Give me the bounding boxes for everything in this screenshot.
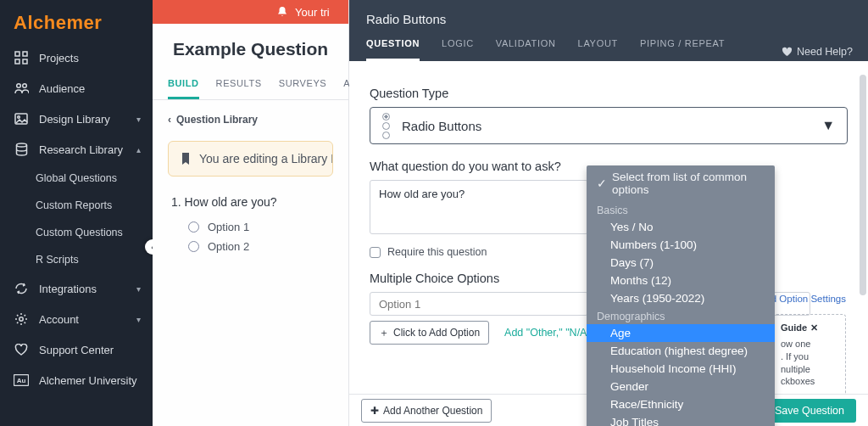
dropdown-item-job-titles[interactable]: Job Titles bbox=[587, 413, 775, 426]
tab-surveys[interactable]: SURVEYS bbox=[279, 78, 327, 99]
guide-line: nultiple bbox=[781, 363, 842, 376]
brand-logo: Alchemer bbox=[0, 0, 153, 42]
database-icon bbox=[14, 142, 29, 157]
trial-banner: Your tri bbox=[153, 0, 348, 24]
tab-results[interactable]: RESULTS bbox=[216, 78, 262, 99]
sidebar-label: Research Library bbox=[39, 143, 123, 156]
chevron-left-icon: ‹ bbox=[168, 114, 171, 126]
sidebar-item-account[interactable]: Account ▾ bbox=[0, 304, 153, 334]
grid-icon bbox=[14, 50, 29, 65]
panel-tab-question[interactable]: QUESTION bbox=[366, 38, 420, 61]
dropdown-item-months[interactable]: Months (12) bbox=[587, 272, 775, 289]
question-type-select[interactable]: Radio Buttons ▼ bbox=[370, 107, 848, 144]
option-label: Option 2 bbox=[208, 240, 249, 253]
library-edit-banner: You are editing a Library E bbox=[168, 141, 333, 177]
image-icon bbox=[14, 111, 29, 126]
dropdown-item-numbers[interactable]: Numbers (1-100) bbox=[587, 236, 775, 254]
brand-name: Alchemer bbox=[14, 12, 102, 33]
dropdown-item-years[interactable]: Years (1950-2022) bbox=[587, 289, 775, 307]
question-text: 1. How old are you? bbox=[171, 195, 330, 209]
guide-title-text: Guide bbox=[781, 322, 807, 334]
svg-text:Au: Au bbox=[17, 377, 26, 384]
option-label: Option 1 bbox=[208, 221, 249, 233]
add-option-label: Click to Add Option bbox=[393, 327, 480, 339]
refresh-icon bbox=[14, 281, 29, 296]
svg-point-7 bbox=[18, 116, 20, 119]
svg-point-5 bbox=[22, 84, 26, 88]
sidebar-label: Alchemer University bbox=[39, 374, 137, 387]
svg-rect-0 bbox=[15, 52, 19, 56]
sidebar-sub-global-questions[interactable]: Global Questions bbox=[0, 165, 153, 192]
main-column: Your tri Example Question BUILD RESULTS … bbox=[153, 0, 349, 426]
dropdown-item-race[interactable]: Race/Ethnicity bbox=[587, 395, 775, 413]
chevron-up-icon: ▴ bbox=[136, 145, 141, 154]
dropdown-item-income[interactable]: Household Income (HHI) bbox=[587, 360, 775, 378]
panel-tab-validation[interactable]: VALIDATION bbox=[496, 38, 556, 61]
dropdown-item-days[interactable]: Days (7) bbox=[587, 254, 775, 272]
sidebar-sub-custom-reports[interactable]: Custom Reports bbox=[0, 192, 153, 219]
sidebar-item-integrations[interactable]: Integrations ▾ bbox=[0, 273, 153, 304]
audience-icon bbox=[14, 81, 29, 96]
radio-buttons-icon bbox=[382, 113, 390, 139]
plus-icon: ＋ bbox=[379, 326, 389, 340]
sidebar-label: Account bbox=[39, 313, 79, 326]
add-another-label: Add Another Question bbox=[383, 405, 482, 417]
sidebar-sub-custom-questions[interactable]: Custom Questions bbox=[0, 219, 153, 246]
panel-title: Radio Buttons bbox=[366, 12, 851, 26]
question-preview: 1. How old are you? Option 1 Option 2 bbox=[153, 177, 348, 256]
dropdown-item-age[interactable]: Age bbox=[587, 324, 775, 342]
sidebar-item-design-library[interactable]: Design Library ▾ bbox=[0, 104, 153, 134]
panel-tabs: QUESTION LOGIC VALIDATION LAYOUT PIPING … bbox=[366, 38, 851, 61]
builder-tabs: BUILD RESULTS SURVEYS AD bbox=[153, 78, 348, 100]
sidebar-item-research-library[interactable]: Research Library ▴ bbox=[0, 134, 153, 165]
save-question-button[interactable]: Save Question bbox=[763, 399, 856, 423]
add-option-button[interactable]: ＋ Click to Add Option bbox=[370, 321, 489, 345]
plus-circle-icon: ✚ bbox=[370, 405, 379, 417]
panel-tab-piping[interactable]: PIPING / REPEAT bbox=[640, 38, 725, 61]
sidebar-item-university[interactable]: Au Alchemer University bbox=[0, 365, 153, 395]
dropdown-group-demographics: Demographics bbox=[587, 307, 775, 324]
breadcrumb-back[interactable]: ‹ Question Library bbox=[153, 100, 348, 134]
guide-line: ow one bbox=[781, 338, 842, 350]
bell-icon bbox=[276, 6, 288, 18]
dropdown-item-gender[interactable]: Gender bbox=[587, 378, 775, 395]
require-label: Require this question bbox=[387, 246, 487, 258]
dropdown-item-yes-no[interactable]: Yes / No bbox=[587, 218, 775, 236]
svg-rect-1 bbox=[23, 52, 27, 56]
breadcrumb-label: Question Library bbox=[176, 114, 258, 126]
close-icon[interactable]: ✕ bbox=[810, 322, 818, 334]
sidebar-item-support[interactable]: Support Center bbox=[0, 334, 153, 365]
sidebar-sub-r-scripts[interactable]: R Scripts bbox=[0, 246, 153, 273]
dropdown-item-education[interactable]: Education (highest degree) bbox=[587, 342, 775, 360]
svg-rect-2 bbox=[15, 59, 19, 64]
common-options-dropdown[interactable]: ✓ Select from list of common options Bas… bbox=[587, 165, 775, 426]
heart-icon bbox=[782, 47, 793, 57]
radio-icon bbox=[188, 221, 199, 233]
trial-text: Your tri bbox=[295, 6, 330, 19]
question-type-label: Question Type bbox=[370, 87, 848, 100]
guide-card: Guide ✕ ow one . If you nultiple ckboxes bbox=[773, 314, 846, 395]
preview-option-2[interactable]: Option 2 bbox=[171, 237, 330, 256]
option-1-input[interactable] bbox=[370, 292, 588, 316]
preview-option-1[interactable]: Option 1 bbox=[171, 217, 330, 237]
question-text-input[interactable]: How old are you? bbox=[370, 180, 588, 234]
sidebar-label: Projects bbox=[39, 52, 79, 64]
scrollbar[interactable] bbox=[860, 75, 866, 295]
page-title: Example Question bbox=[153, 24, 348, 78]
au-badge-icon: Au bbox=[14, 373, 29, 388]
sidebar-nav: Projects Audience Design Library ▾ Resea… bbox=[0, 42, 153, 426]
tab-build[interactable]: BUILD bbox=[168, 78, 199, 99]
svg-point-8 bbox=[16, 143, 26, 147]
panel-tab-layout[interactable]: LAYOUT bbox=[578, 38, 618, 61]
need-help-link[interactable]: Need Help? bbox=[782, 46, 853, 58]
panel-tab-logic[interactable]: LOGIC bbox=[442, 38, 474, 61]
chevron-down-icon: ▾ bbox=[136, 115, 141, 124]
dropdown-header: ✓ Select from list of common options bbox=[587, 165, 775, 201]
gear-icon bbox=[14, 311, 29, 327]
chevron-down-icon: ▾ bbox=[136, 284, 141, 294]
checkbox-icon[interactable] bbox=[370, 247, 381, 258]
sidebar-item-audience[interactable]: Audience bbox=[0, 73, 153, 104]
sidebar-item-projects[interactable]: Projects bbox=[0, 42, 153, 73]
advanced-option-settings-link[interactable]: ed Option Settings bbox=[765, 294, 846, 304]
add-another-question-button[interactable]: ✚ Add Another Question bbox=[361, 399, 492, 423]
